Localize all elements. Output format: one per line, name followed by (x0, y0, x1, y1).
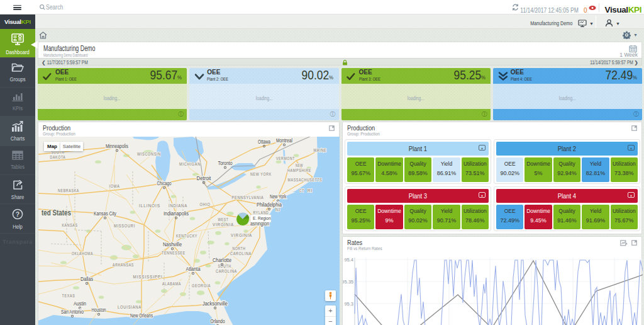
svg-text:DAKOTA: DAKOTA (50, 154, 66, 160)
svg-text:Charlotte: Charlotte (213, 258, 231, 263)
svg-text:RYLAND: RYLAND (253, 210, 269, 215)
svg-text:Houston: Houston (92, 307, 106, 313)
svg-text:RI: RI (308, 188, 313, 193)
svg-text:ted States: ted States (42, 208, 71, 217)
svg-text:MISSOURI: MISSOURI (114, 223, 135, 229)
svg-text:VIRGINIA: VIRGINIA (213, 222, 234, 227)
svg-text:New York: New York (270, 194, 287, 200)
svg-text:INDIANA: INDIANA (169, 203, 187, 208)
svg-text:San Antonio: San Antonio (61, 309, 84, 315)
svg-text:LOUISIANA: LOUISIANA (118, 304, 142, 310)
svg-text:Philadelphia: Philadelphia (257, 202, 282, 208)
svg-text:PENNSYLVANIA: PENNSYLVANIA (232, 195, 264, 200)
svg-text:Minneapolis: Minneapolis (106, 144, 128, 149)
svg-text:Orlando: Orlando (211, 319, 225, 324)
svg-text:ILLINOIS: ILLINOIS (139, 203, 160, 208)
svg-text:Toronto: Toronto (218, 161, 233, 166)
svg-text:CT: CT (299, 188, 304, 193)
svg-text:MAINE: MAINE (314, 147, 327, 153)
svg-text:OHIO: OHIO (200, 202, 211, 207)
svg-text:MICHIGAN: MICHIGAN (179, 161, 201, 167)
svg-text:95.4: 95.4 (344, 257, 353, 263)
svg-text:Ottawa: Ottawa (258, 139, 270, 145)
svg-text:MASSACHUSETTS: MASSACHUSETTS (288, 177, 323, 183)
svg-text:Austin: Austin (74, 301, 86, 307)
svg-text:Dallas: Dallas (80, 277, 93, 282)
svg-text:GEORGIA: GEORGIA (192, 283, 211, 288)
svg-text:ALABAMA: ALABAMA (162, 281, 181, 287)
svg-text:Nashville: Nashville (163, 242, 182, 248)
svg-text:ARKANSAS: ARKANSAS (113, 262, 134, 268)
svg-text:NEBRASKA: NEBRASKA (58, 188, 79, 193)
svg-text:KENTUCKY: KENTUCKY (176, 233, 197, 239)
svg-text:TENNESSEE: TENNESSEE (162, 250, 186, 256)
svg-text:Kansas City: Kansas City (94, 211, 117, 217)
svg-text:Detroit: Detroit (197, 176, 212, 181)
svg-text:VERMONT: VERMONT (276, 156, 295, 161)
svg-text:New Orleans: New Orleans (130, 313, 153, 319)
svg-text:Chicago: Chicago (157, 181, 172, 186)
svg-text:E. Region: E. Region (253, 216, 271, 221)
svg-text:Atlanta: Atlanta (186, 266, 201, 272)
svg-text:HAMPSHIRE: HAMPSHIRE (287, 168, 311, 173)
svg-text:NEW YORK: NEW YORK (250, 171, 272, 177)
svg-text:OKLAHOMA: OKLAHOMA (72, 251, 93, 256)
svg-text:CAROLINA: CAROLINA (216, 268, 237, 274)
svg-text:?: ? (16, 210, 19, 218)
svg-text:WISCONSIN: WISCONSIN (137, 151, 161, 157)
svg-text:KANSAS: KANSAS (62, 222, 78, 228)
svg-text:VIRGINIA: VIRGINIA (231, 232, 252, 238)
svg-text:Montreal: Montreal (276, 138, 292, 144)
svg-text:CAROLINA: CAROLINA (230, 251, 252, 256)
svg-text:MISSISSIPPI: MISSISSIPPI (133, 274, 163, 280)
svg-text:IOWA: IOWA (109, 183, 120, 189)
svg-text:Jacksonville: Jacksonville (203, 301, 228, 307)
svg-text:95.3: 95.3 (344, 301, 353, 307)
svg-text:Indianapolis: Indianapolis (164, 211, 189, 217)
svg-text:TEXAS: TEXAS (62, 293, 75, 299)
svg-text:95.35: 95.35 (343, 279, 353, 285)
